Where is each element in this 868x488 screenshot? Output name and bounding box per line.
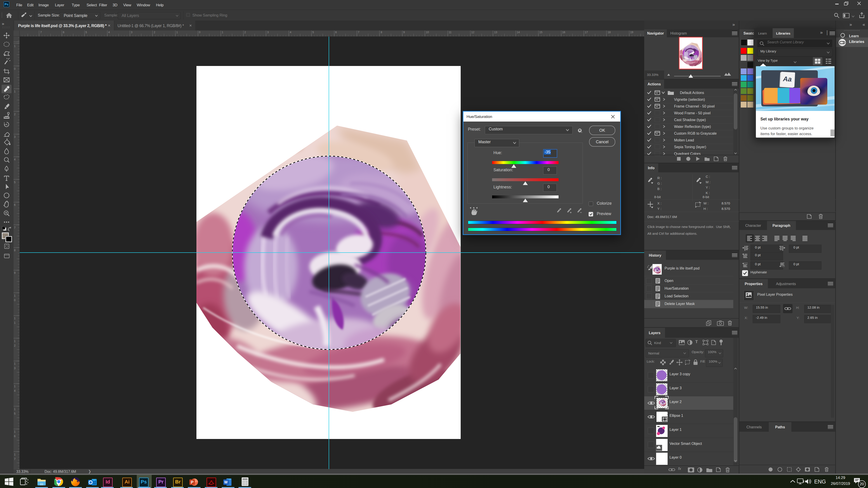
svg-text:W: W <box>224 480 228 484</box>
svg-text:P: P <box>191 480 193 485</box>
